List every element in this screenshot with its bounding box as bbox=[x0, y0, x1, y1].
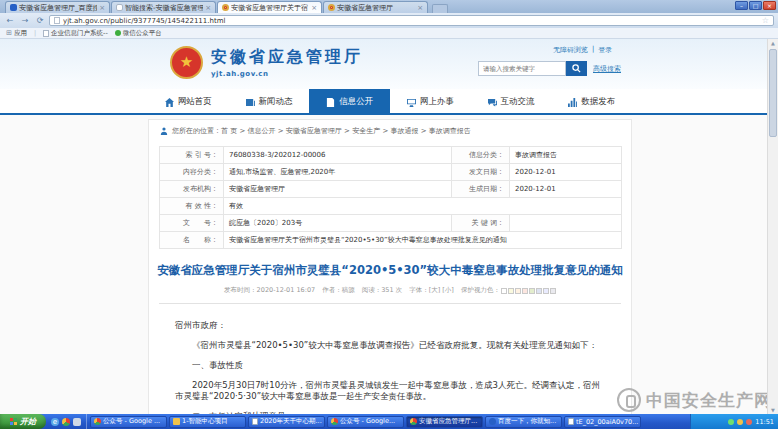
browser-toolbar: ← → ⟳ yjt.ah.gov.cn/public/9377745/14542… bbox=[0, 13, 778, 28]
safety-net-logo-icon bbox=[617, 388, 641, 412]
browser-tab-4[interactable]: 安徽省应急管理厅 × bbox=[323, 1, 428, 13]
meta-value: 2020-12-01 bbox=[510, 164, 622, 181]
apps-grid-icon: ⊞ bbox=[6, 29, 12, 37]
browser-tab-1[interactable]: 安徽省应急管理厅_百度搜 × bbox=[5, 1, 110, 13]
color-swatch[interactable] bbox=[508, 288, 514, 294]
paragraph: 一、事故性质 bbox=[175, 360, 605, 371]
task-button-6[interactable]: 百度一下，你就知... bbox=[485, 416, 562, 428]
address-bar[interactable]: yjt.ah.gov.cn/public/9377745/145422111.h… bbox=[49, 15, 774, 26]
tray-status-icon[interactable] bbox=[728, 419, 734, 425]
task-button-4[interactable]: 公众号 - Google... bbox=[327, 416, 404, 428]
task-button-7[interactable]: tE_02_00aiA0v70... bbox=[564, 416, 641, 428]
browser-tab-3-active[interactable]: 安徽省应急管理厅关于宿 × bbox=[217, 1, 322, 13]
chrome-icon bbox=[94, 418, 101, 425]
bookmark-item-2[interactable]: 微信公众平台 bbox=[115, 29, 162, 38]
task-button-3[interactable]: 2020年天干中心期... bbox=[248, 416, 325, 428]
nav-item-news[interactable]: 新闻动态 bbox=[229, 89, 310, 115]
forward-icon[interactable]: → bbox=[19, 15, 31, 26]
meta-label: 内容分类： bbox=[160, 164, 224, 181]
meta-label: 发布机构： bbox=[160, 181, 224, 198]
color-swatch[interactable] bbox=[522, 288, 528, 294]
task-button-5-active[interactable]: 安徽省应急管理厅... bbox=[406, 416, 483, 428]
color-swatch[interactable] bbox=[536, 288, 542, 294]
login-link[interactable]: 登录 bbox=[598, 45, 612, 55]
chrome-icon bbox=[331, 418, 338, 425]
nav-item-interaction[interactable]: 互动交流 bbox=[471, 89, 552, 115]
baidu-favicon bbox=[10, 4, 17, 11]
nav-item-data-release[interactable]: 数据发布 bbox=[551, 89, 632, 115]
chart-icon bbox=[568, 98, 577, 107]
tab-title: 安徽省应急管理厅_百度搜 bbox=[19, 3, 97, 13]
window-controls: – □ × bbox=[735, 1, 776, 10]
color-swatch[interactable] bbox=[515, 288, 521, 294]
meta-label: 生成日期： bbox=[452, 181, 510, 198]
article-body: 宿州市政府： 《宿州市灵璧县“2020•5•30”较大中毒窒息事故调查报告》已经… bbox=[175, 320, 605, 414]
site-brand[interactable]: ★ 安徽省应急管理厅 yjt.ah.gov.cn bbox=[170, 46, 363, 79]
meta-value: 事故调查报告 bbox=[510, 147, 622, 164]
vertical-scrollbar[interactable]: ▲ ▼ bbox=[767, 39, 778, 414]
url-text[interactable]: yjt.ah.gov.cn/public/9377745/145422111.h… bbox=[63, 17, 759, 25]
show-desktop-icon[interactable] bbox=[73, 418, 81, 426]
color-swatch[interactable] bbox=[501, 288, 507, 294]
search-button[interactable] bbox=[566, 61, 587, 76]
nav-label: 网上办事 bbox=[420, 96, 454, 108]
scrollbar-thumb[interactable] bbox=[769, 49, 777, 137]
chrome-icon[interactable] bbox=[62, 418, 70, 426]
breadcrumb-text[interactable]: 您所在的位置：首 页 > 信息公开 > 安徽省应急管理厅 > 安全生产 > 事故… bbox=[172, 126, 471, 136]
bookmark-star-icon[interactable]: ☆ bbox=[762, 16, 769, 25]
tray-status-icon[interactable] bbox=[746, 419, 752, 425]
site-header: ★ 安徽省应急管理厅 yjt.ah.gov.cn 无障碍浏览 | 登录 bbox=[0, 39, 767, 89]
document-meta-table: 索 引 号： 76080338-3/202012-00006 信息分类： 事故调… bbox=[159, 146, 622, 249]
scroll-up-icon[interactable]: ▲ bbox=[768, 40, 778, 46]
meta-value: 2020-12-01 bbox=[510, 181, 622, 198]
accessibility-link[interactable]: 无障碍浏览 bbox=[553, 45, 588, 55]
minimize-button[interactable]: – bbox=[735, 1, 748, 10]
color-swatch[interactable] bbox=[550, 288, 556, 294]
document-icon bbox=[568, 418, 574, 425]
tab-close-icon[interactable]: × bbox=[417, 4, 423, 12]
site-domain: yjt.ah.gov.cn bbox=[211, 70, 363, 78]
bookmarks-bar: ⊞ 应用 | 企业信息门户系统-- 微信公众平台 bbox=[0, 28, 778, 39]
reload-icon[interactable]: ⟳ bbox=[34, 15, 46, 26]
color-swatch[interactable] bbox=[543, 288, 549, 294]
browser-tabstrip: 安徽省应急管理厅_百度搜 × 智能搜索-安徽省应急管理 × 安徽省应急管理厅关于… bbox=[0, 0, 778, 13]
meta-label: 名 称： bbox=[160, 232, 224, 249]
tab-close-icon[interactable]: × bbox=[99, 4, 105, 12]
content-panel: 您所在的位置：首 页 > 信息公开 > 安徽省应急管理厅 > 安全生产 > 事故… bbox=[148, 119, 632, 414]
chat-icon bbox=[488, 98, 497, 107]
meta-label: 索 引 号： bbox=[160, 147, 224, 164]
new-tab-button[interactable] bbox=[432, 4, 448, 13]
browser-tab-2[interactable]: 智能搜索-安徽省应急管理 × bbox=[111, 1, 216, 13]
color-swatch[interactable] bbox=[529, 288, 535, 294]
meta-label: 文 号： bbox=[160, 215, 224, 232]
font-size-controls[interactable]: 字体：[大] [小] bbox=[409, 286, 454, 295]
paragraph: 《宿州市灵璧县“2020•5•30”较大中毒窒息事故调查报告》已经省政府批复。现… bbox=[175, 340, 605, 351]
meta-value bbox=[510, 215, 622, 232]
search-input[interactable] bbox=[478, 61, 566, 76]
tab-close-icon[interactable]: × bbox=[205, 4, 211, 12]
nav-item-info-disclosure[interactable]: 信息公开 bbox=[309, 89, 390, 115]
meta-value: 76080338-3/202012-00006 bbox=[224, 147, 452, 164]
advanced-search-link[interactable]: 高级搜索 bbox=[593, 64, 621, 74]
task-button-1[interactable]: 公众号 - Google ... bbox=[90, 416, 167, 428]
nav-item-home[interactable]: 网站首页 bbox=[148, 89, 229, 115]
nav-item-online-services[interactable]: 网上办事 bbox=[390, 89, 471, 115]
nav-label: 网站首页 bbox=[178, 96, 212, 108]
scroll-down-icon[interactable]: ▼ bbox=[768, 407, 778, 413]
bookmark-item-1[interactable]: 企业信息门户系统-- bbox=[43, 29, 108, 38]
start-button[interactable]: 开始 bbox=[0, 414, 46, 429]
maximize-button[interactable]: □ bbox=[749, 1, 762, 10]
apps-button[interactable]: ⊞ 应用 bbox=[6, 29, 27, 38]
ie-icon[interactable]: e bbox=[51, 418, 59, 426]
clock[interactable]: 11:51 bbox=[755, 418, 774, 426]
location-person-icon bbox=[160, 127, 168, 135]
tab-close-icon[interactable]: × bbox=[311, 4, 317, 12]
tray-status-icon[interactable] bbox=[737, 419, 743, 425]
wechat-icon bbox=[115, 30, 121, 36]
task-button-2[interactable]: 1-智能中心项目 bbox=[169, 416, 246, 428]
back-icon[interactable]: ← bbox=[4, 15, 16, 26]
close-button[interactable]: × bbox=[763, 1, 776, 10]
taskbar: 开始 e 公众号 - Google ... 1-智能中心项目 2020年天干中心… bbox=[0, 414, 778, 429]
windows-flag-icon bbox=[10, 418, 17, 425]
view-count: 阅读：351 次 bbox=[362, 286, 402, 295]
